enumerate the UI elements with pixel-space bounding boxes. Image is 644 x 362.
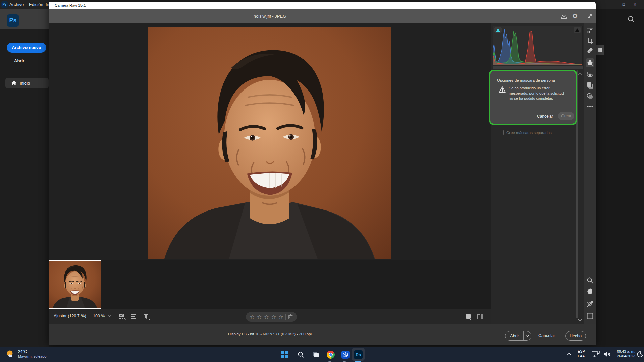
checkbox-unchecked-icon[interactable]	[499, 130, 504, 135]
red-eye-icon[interactable]	[586, 70, 594, 79]
chrome-icon[interactable]	[326, 350, 336, 360]
edit-sliders-icon[interactable]	[586, 26, 594, 35]
zoom-fit-tab[interactable]: Ajustar (120.7 %)	[53, 309, 87, 325]
before-after-icon[interactable]	[477, 313, 485, 321]
zoom-100-tab[interactable]: 100 %	[93, 309, 105, 324]
sidebar-item-label: Inicio	[20, 81, 30, 86]
dialog-message: Se ha producido un error inesperado, por…	[509, 86, 569, 101]
camera-raw-titlebar[interactable]: Camera Raw 15.1	[49, 2, 596, 9]
camera-raw-header: holsiw.jfif - JPEG ⚙	[49, 9, 596, 23]
dialog-create-button-disabled[interactable]: Crear	[558, 112, 574, 120]
photoshop-active-indicator	[355, 361, 361, 362]
sidebar-item-home[interactable]: Inicio	[5, 78, 49, 88]
app-blue-cube-icon[interactable]	[340, 350, 351, 360]
ps-logo: Ps	[7, 14, 19, 27]
task-view-icon[interactable]	[311, 350, 321, 360]
language-top: ESP	[578, 349, 585, 354]
weather-widget[interactable]: 24°C Mayorm. soleado	[5, 349, 46, 359]
ps-home-right	[596, 9, 644, 347]
dialog-cancel-button[interactable]: Cancelar	[534, 113, 556, 120]
workspace-grid-tab[interactable]	[596, 45, 604, 55]
person-mask-options-dialog: Opciones de máscara de persona Se ha pro…	[489, 70, 577, 125]
healing-icon[interactable]	[586, 47, 594, 56]
hand-tool-icon[interactable]	[586, 287, 594, 296]
taskbar: 24°C Mayorm. soleado Ps	[0, 347, 644, 362]
filmstrip-toolbar: Ajustar (120.7 %) 100 % ☆ ☆ ☆	[49, 309, 491, 324]
trash-icon[interactable]	[288, 314, 293, 319]
app-running-indicator	[343, 361, 346, 362]
close-button[interactable]: ×	[630, 0, 640, 9]
weather-temp: 24°C	[18, 349, 46, 354]
new-file-button[interactable]: Archivo nuevo	[7, 43, 46, 53]
single-view-icon[interactable]	[465, 313, 473, 321]
panel-chevron-down-icon[interactable]	[578, 319, 582, 321]
sidebar-divider	[7, 71, 44, 71]
preview-canvas[interactable]	[49, 23, 491, 260]
clock-widget[interactable]: 09:43 a. m. 26/04/2023	[614, 349, 635, 359]
clock-date: 26/04/2023	[614, 354, 635, 359]
camera-raw-body: Ajustar (120.7 %) 100 % ☆ ☆ ☆	[49, 23, 596, 345]
speaker-icon[interactable]	[604, 351, 611, 358]
select-images-icon[interactable]	[118, 313, 126, 321]
filmstrip-thumbnail[interactable]	[49, 260, 101, 309]
profiles-icon[interactable]	[586, 92, 594, 101]
ps-home-sidebar: Ps Archivo nuevo Abrir Inicio	[0, 9, 49, 347]
ps-app-icon: Ps	[1, 1, 8, 8]
focus-assist-moon-icon[interactable]	[637, 351, 643, 357]
more-options-icon[interactable]	[586, 102, 594, 111]
photoshop-taskbar-icon[interactable]: Ps	[353, 350, 363, 360]
checkbox-label: Cree máscaras separadas	[506, 131, 552, 135]
taskbar-search-icon[interactable]	[296, 350, 306, 360]
search-icon[interactable]	[628, 16, 635, 23]
done-button[interactable]: Hecho	[565, 331, 586, 341]
open-options-chevron-icon[interactable]	[524, 335, 531, 337]
fullscreen-icon[interactable]	[585, 12, 594, 20]
menu-edicion[interactable]: Edición	[27, 0, 45, 9]
open-button[interactable]: Abrir	[14, 58, 24, 63]
masking-icon-active[interactable]	[586, 58, 594, 67]
zoom-chevron-down-icon[interactable]	[108, 315, 111, 317]
network-icon[interactable]	[592, 351, 600, 358]
grid-overlay-icon[interactable]	[586, 312, 594, 320]
warning-icon	[499, 86, 506, 93]
maximize-button[interactable]: □	[618, 0, 629, 9]
filter-icon[interactable]	[143, 313, 151, 321]
zoom-tool-icon[interactable]	[586, 276, 594, 285]
acr-bottom-bar: Display P3 - bit 16 - 602 x 571 (0.3 MP)…	[49, 324, 596, 345]
histogram-curves	[493, 26, 582, 65]
presets-panels-icon[interactable]	[586, 81, 594, 90]
grid-2x2-icon	[598, 48, 602, 52]
open-button-label[interactable]: Abrir	[505, 334, 523, 338]
minimize-button[interactable]: –	[608, 0, 619, 9]
separate-masks-row: Cree máscaras separadas	[499, 130, 552, 135]
menu-archivo[interactable]: Archivo	[7, 0, 26, 9]
start-button[interactable]	[280, 350, 290, 360]
star-icon[interactable]: ☆	[264, 312, 269, 322]
header-divider	[583, 12, 583, 20]
sort-order-icon[interactable]	[130, 313, 139, 321]
tray-chevron-up-icon[interactable]	[567, 353, 571, 355]
star-icon[interactable]: ☆	[257, 312, 262, 322]
filename-label: holsiw.jfif - JPEG	[49, 9, 491, 23]
photo-preview[interactable]	[148, 27, 391, 259]
language-indicator[interactable]: ESP LAA	[578, 349, 585, 359]
histogram[interactable]	[493, 26, 583, 65]
weather-desc: Mayorm. soleado	[18, 354, 46, 359]
rating-pill: ☆ ☆ ☆ ☆ ☆	[246, 312, 297, 322]
image-info-link[interactable]: Display P3 - bit 16 - 602 x 571 (0.3 MP)…	[49, 332, 491, 336]
star-icon[interactable]: ☆	[250, 312, 255, 322]
chrome-running-indicator	[328, 361, 331, 362]
acr-tool-column	[584, 23, 596, 324]
dialog-title: Opciones de máscara de persona	[497, 78, 555, 82]
star-icon[interactable]: ☆	[278, 312, 283, 322]
histogram-footer	[493, 66, 583, 69]
star-icon[interactable]: ☆	[271, 312, 276, 322]
crop-icon[interactable]	[586, 36, 594, 45]
eyedropper-icon[interactable]	[586, 300, 594, 308]
open-split-button[interactable]: Abrir	[505, 331, 531, 341]
save-download-icon[interactable]	[559, 12, 568, 20]
gear-icon[interactable]: ⚙	[571, 12, 579, 20]
cancel-button[interactable]: Cancelar	[538, 333, 555, 338]
screen: Ps Archivo Edición In – □ × Ps Archivo n…	[0, 0, 644, 362]
panel-chevron-up-icon[interactable]	[578, 73, 582, 75]
